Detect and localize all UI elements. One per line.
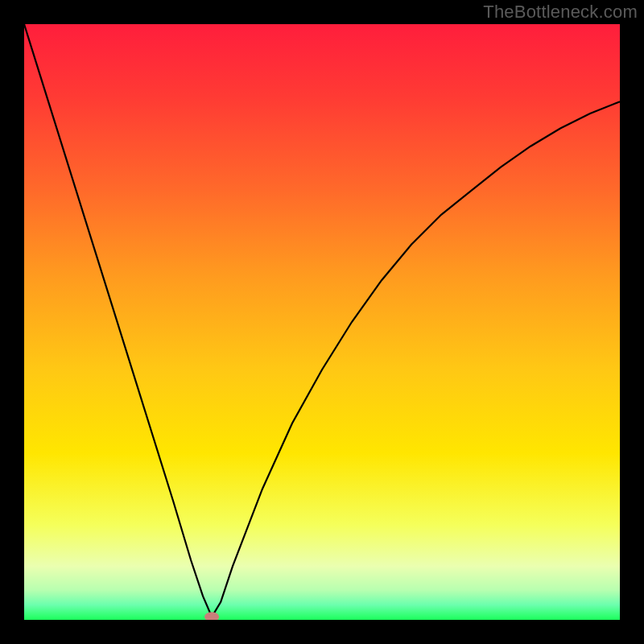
- chart-container: [24, 24, 620, 620]
- watermark-text: TheBottleneck.com: [483, 2, 638, 23]
- gradient-background: [24, 24, 620, 620]
- bottleneck-chart: [24, 24, 620, 620]
